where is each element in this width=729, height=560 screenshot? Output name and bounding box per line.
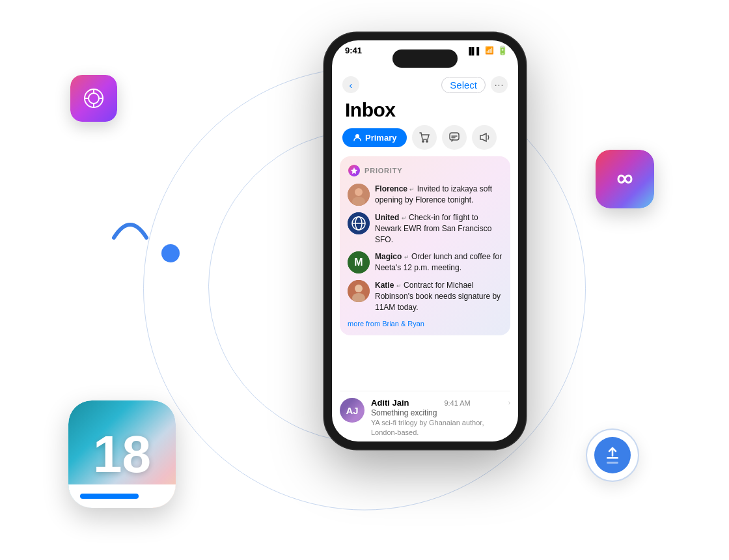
priority-item-florence[interactable]: Florence ↵ Invited to izakaya soft openi… — [348, 184, 502, 206]
battery-icon: 🔋 — [497, 46, 508, 55]
svg-point-11 — [355, 188, 363, 196]
more-button[interactable]: ··· — [491, 76, 508, 93]
tab-megaphone[interactable] — [472, 125, 497, 150]
ios18-app-icon[interactable]: 18 — [68, 400, 176, 508]
priority-card: PRIORITY Florence ↵ Invited to izakaya s… — [340, 156, 510, 335]
status-time: 9:41 — [345, 46, 362, 55]
svg-text:M: M — [354, 257, 363, 268]
avatar-katie — [348, 280, 370, 302]
avatar-magico: M — [348, 251, 370, 273]
email-sender: Aditi Jain — [371, 398, 409, 408]
tab-primary[interactable]: Primary — [342, 128, 407, 147]
infinity-app-icon[interactable] — [596, 150, 654, 208]
avatar-united — [348, 212, 370, 234]
forward-icon: ↵ — [396, 283, 402, 289]
priority-icon — [348, 164, 361, 177]
priority-item-united[interactable]: United ↵ Check-in for flight to Newark E… — [348, 212, 502, 245]
forward-icon: ↵ — [402, 215, 407, 221]
tab-chat[interactable] — [442, 125, 467, 150]
priority-more[interactable]: more from Brian & Ryan — [348, 316, 502, 328]
svg-point-4 — [422, 141, 424, 142]
svg-point-5 — [426, 141, 428, 142]
priority-item-magico[interactable]: M Magico ↵ Order lunch and coffee for Ne… — [348, 251, 502, 273]
iphone-device: 9:41 ▐▌▌ 📶 🔋 ‹ Select ··· Inbox — [324, 33, 526, 449]
svg-point-20 — [355, 285, 363, 292]
chevron-right-icon: › — [508, 399, 510, 406]
blue-arc-container — [111, 208, 150, 241]
forward-icon: ↵ — [404, 254, 409, 260]
signal-icon: ▐▌▌ — [467, 47, 482, 55]
email-item-aditi[interactable]: AJ Aditi Jain 9:41 AM › Something exciti… — [340, 391, 510, 441]
svg-point-1 — [89, 93, 99, 104]
tab-bar: Primary — [342, 125, 508, 150]
email-preview: YA sci-fi trilogy by Ghanaian author, Lo… — [371, 418, 510, 438]
email-time: 9:41 AM — [444, 399, 470, 407]
dynamic-island — [392, 49, 458, 68]
priority-label: PRIORITY — [364, 167, 402, 175]
avatar-aditi: AJ — [340, 398, 364, 423]
ios18-number: 18 — [93, 428, 151, 481]
email-subject: Something exciting — [371, 408, 510, 417]
nav-bar: ‹ Select ··· — [332, 73, 518, 96]
avatar-florence — [348, 184, 370, 206]
svg-rect-2 — [607, 457, 618, 459]
select-button[interactable]: Select — [441, 77, 486, 93]
inbox-title: Inbox — [345, 99, 396, 121]
blue-dot-accent — [161, 244, 180, 262]
back-button[interactable]: ‹ — [342, 76, 359, 93]
forward-icon: ↵ — [409, 186, 415, 193]
priority-item-katie[interactable]: Katie ↵ Contract for Michael Robinson's … — [348, 280, 502, 313]
wifi-icon: 📶 — [485, 46, 494, 55]
upload-circle[interactable] — [586, 428, 639, 482]
sparkle-app-icon[interactable] — [70, 75, 117, 122]
tab-cart[interactable] — [412, 125, 437, 150]
